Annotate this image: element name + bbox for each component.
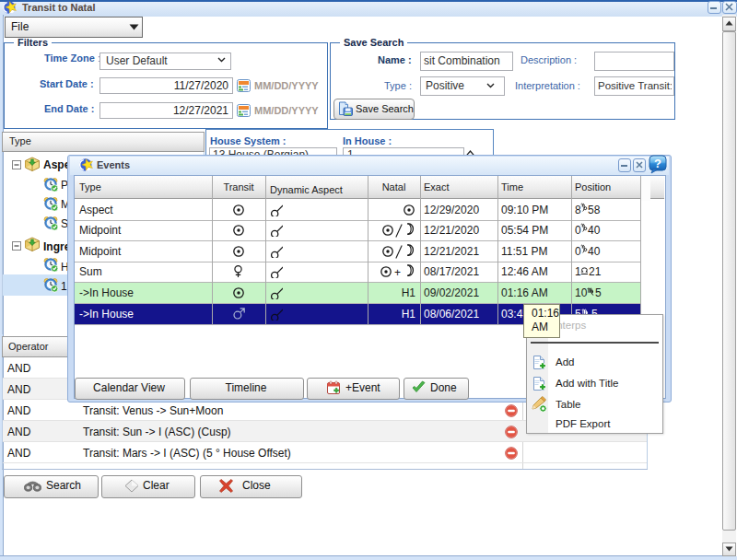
svg-text:?: ?: [654, 157, 661, 170]
